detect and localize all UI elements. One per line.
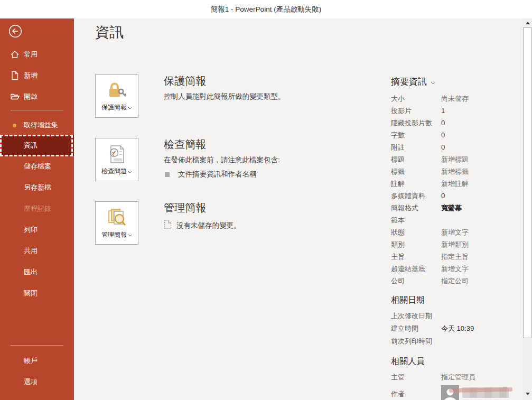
scroll-down-icon[interactable] xyxy=(523,389,532,398)
manage-versions-icon xyxy=(107,208,127,230)
property-label: 主管 xyxy=(391,373,441,382)
manage-section: 管理簡報 管理簡報 沒有未儲存的變更。 xyxy=(95,201,241,245)
check-for-issues-button[interactable]: 檢查問題 xyxy=(95,138,138,181)
property-label: 範本 xyxy=(391,216,441,225)
property-label: 建立時間 xyxy=(391,324,441,333)
unsaved-document-icon xyxy=(164,220,172,231)
page-title: 資訊 xyxy=(95,23,124,42)
property-value: 0 xyxy=(441,119,445,127)
note-text: 沒有未儲存的變更。 xyxy=(176,221,241,230)
property-label: 主旨 xyxy=(391,252,441,262)
sidebar-item-label: 資訊 xyxy=(0,141,38,150)
scroll-up-icon[interactable] xyxy=(523,18,532,27)
sidebar-item-save[interactable]: 儲存檔案 xyxy=(0,156,74,177)
property-row: 標題新增標題 xyxy=(391,153,523,165)
title-bar: 簡報1 - PowerPoint (產品啟動失敗) ? xyxy=(0,0,532,18)
property-value[interactable]: 新增文字 xyxy=(441,264,469,274)
chevron-down-icon xyxy=(128,168,132,175)
property-label: 投影片 xyxy=(391,106,441,116)
property-row: 大小尚未儲存 xyxy=(391,92,523,105)
button-label: 檢查問題 xyxy=(101,168,133,175)
date-row: 上次修改日期 xyxy=(391,310,523,322)
sidebar-item-label: 選項 xyxy=(0,377,38,387)
property-label: 隱藏投影片數 xyxy=(391,118,441,128)
open-folder-icon xyxy=(10,92,20,101)
sidebar-item-open[interactable]: 開啟 xyxy=(0,87,74,106)
property-row: 範本 xyxy=(391,214,523,226)
button-label: 保護簡報 xyxy=(101,104,133,111)
sidebar-divider xyxy=(11,345,63,346)
sidebar-item-label: 歷程記錄 xyxy=(0,204,51,213)
new-document-icon xyxy=(10,71,20,80)
sidebar-item-label: 儲存檔案 xyxy=(0,162,51,171)
sidebar-item-account[interactable]: 帳戶 xyxy=(0,350,74,371)
property-value[interactable]: 指定管理員 xyxy=(441,373,475,382)
inspect-bullet-item: 文件摘要資訊和作者名稱 xyxy=(164,170,280,179)
property-row: 多媒體資料0 xyxy=(391,190,523,202)
scrollbar-thumb[interactable] xyxy=(523,27,531,338)
property-label: 簡報格式 xyxy=(391,203,441,213)
sidebar-item-options[interactable]: 選項 xyxy=(0,371,74,393)
backstage-sidebar: 常用 新增 開啟 取得增益集 資訊 儲存檔案 另存新檔 歷程記錄 列印 共用 xyxy=(0,18,74,400)
sidebar-item-get-addins[interactable]: 取得增益集 xyxy=(0,117,74,134)
sidebar-item-label: 另存新檔 xyxy=(0,183,51,192)
property-value[interactable]: 新增標題 xyxy=(441,155,469,164)
property-label: 狀態 xyxy=(391,228,441,237)
property-row: 超連結基底新增文字 xyxy=(391,263,523,275)
sidebar-item-share[interactable]: 共用 xyxy=(0,240,74,262)
properties-heading[interactable]: 摘要資訊 xyxy=(391,76,435,88)
property-value[interactable]: 新增類別 xyxy=(441,240,469,249)
sidebar-item-info[interactable]: 資訊 xyxy=(0,135,74,156)
back-arrow-icon[interactable] xyxy=(8,24,22,38)
property-value: 尚未儲存 xyxy=(441,94,469,104)
property-row: 公司指定公司 xyxy=(391,275,523,287)
sidebar-item-label: 取得增益集 xyxy=(0,120,58,130)
property-value[interactable]: 指定主旨 xyxy=(441,252,469,262)
property-label: 標題 xyxy=(391,155,441,164)
sidebar-item-label: 帳戶 xyxy=(0,356,38,366)
property-value[interactable]: 新增文字 xyxy=(441,228,469,237)
property-label: 超連結基底 xyxy=(391,264,441,274)
sidebar-item-new[interactable]: 新增 xyxy=(0,66,74,85)
property-value[interactable]: 指定公司 xyxy=(441,276,469,286)
info-content: 資訊 保護簡報 保護簡報 控制人員能對此簡報所做的變更類型。 xyxy=(74,18,523,400)
section-description: 在發佈此檔案前，請注意此檔案包含: xyxy=(164,155,280,165)
sidebar-item-print[interactable]: 列印 xyxy=(0,219,74,240)
square-bullet-icon xyxy=(165,172,170,177)
property-value[interactable]: 新增註解 xyxy=(441,179,469,189)
sidebar-item-label: 共用 xyxy=(0,246,38,256)
properties-rows: 大小尚未儲存 投影片1 隱藏投影片數0 字數0 附註0 標題新增標題 標籤新增標… xyxy=(391,92,523,287)
property-label: 作者 xyxy=(391,385,441,399)
related-dates-rows: 上次修改日期 建立時間今天 10:39 前次列印時間 xyxy=(391,310,523,348)
sidebar-item-home[interactable]: 常用 xyxy=(0,45,74,64)
section-description: 控制人員能對此簡報所做的變更類型。 xyxy=(164,92,285,101)
section-heading: 檢查簡報 xyxy=(164,138,280,151)
manager-row: 主管 指定管理員 xyxy=(391,371,523,384)
addin-dot-icon xyxy=(13,124,16,127)
property-label: 前次列印時間 xyxy=(391,337,441,346)
vertical-scrollbar[interactable] xyxy=(523,18,532,400)
sidebar-item-close[interactable]: 關閉 xyxy=(0,283,74,304)
property-label: 公司 xyxy=(391,276,441,286)
sidebar-item-label: 匯出 xyxy=(0,267,38,277)
related-people-heading: 相關人員 xyxy=(391,356,425,367)
sidebar-item-save-as[interactable]: 另存新檔 xyxy=(0,177,74,198)
inspect-document-icon xyxy=(107,144,126,166)
property-value[interactable]: 新增標籤 xyxy=(441,167,469,176)
property-row: 註解新增註解 xyxy=(391,178,523,190)
properties-heading-label: 摘要資訊 xyxy=(391,77,427,87)
unsaved-changes-note: 沒有未儲存的變更。 xyxy=(164,220,241,231)
property-value: 1 xyxy=(441,107,445,115)
property-label: 字數 xyxy=(391,131,441,140)
property-label: 註解 xyxy=(391,179,441,189)
property-label: 附註 xyxy=(391,143,441,152)
protect-presentation-button[interactable]: 保護簡報 xyxy=(95,75,138,118)
property-row: 主旨指定主旨 xyxy=(391,250,523,263)
property-value: 0 xyxy=(441,131,445,139)
property-value: 寬螢幕 xyxy=(441,203,462,213)
property-row: 類別新增類別 xyxy=(391,238,523,250)
property-row: 標籤新增標籤 xyxy=(391,165,523,178)
date-row: 建立時間今天 10:39 xyxy=(391,322,523,335)
sidebar-item-export[interactable]: 匯出 xyxy=(0,262,74,283)
manage-presentation-button[interactable]: 管理簡報 xyxy=(95,201,138,245)
